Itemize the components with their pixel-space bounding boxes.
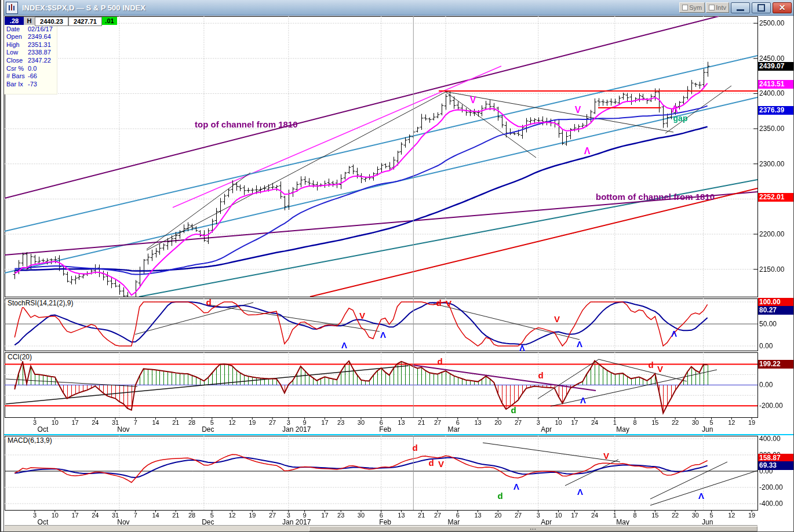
x-tick-label: 14 bbox=[152, 419, 159, 426]
maximize-button[interactable] bbox=[752, 2, 771, 13]
quote-chip: .01 bbox=[102, 17, 117, 25]
x-tick-label: 13 bbox=[398, 512, 405, 519]
annotation-text: d bbox=[538, 370, 543, 380]
price-badge: 100.00 bbox=[758, 298, 794, 307]
info-row-value: 2338.87 bbox=[28, 49, 51, 56]
x-tick-label: 3 bbox=[33, 419, 37, 426]
x-tick-label: 7 bbox=[134, 512, 137, 519]
price-badge: 2439.07 bbox=[758, 62, 794, 71]
annotation-text: d bbox=[428, 458, 434, 468]
window-title: INDEX:$SPX,D — S & P 500 INDEX bbox=[22, 3, 678, 12]
annotation-text: d bbox=[436, 298, 441, 308]
maximize-icon bbox=[757, 4, 765, 12]
info-row: Bar Ix-73 bbox=[3, 81, 57, 89]
price-badge: 69.33 bbox=[758, 461, 794, 470]
info-row-label: High bbox=[6, 41, 20, 48]
annotation-text: d bbox=[648, 360, 653, 370]
info-row-value: -73 bbox=[28, 81, 37, 88]
x-tick-label: 13 bbox=[474, 419, 481, 426]
quote-strip: .28H2440.232427.71.01 bbox=[5, 17, 117, 25]
info-row-value: 2349.64 bbox=[28, 33, 51, 40]
close-icon: ✕ bbox=[779, 3, 786, 12]
price-label: 2200.00 bbox=[759, 230, 784, 238]
annotation-text: V bbox=[575, 105, 581, 115]
x-tick-label: 3 bbox=[537, 512, 540, 519]
sym-button[interactable]: Sym bbox=[679, 2, 705, 13]
annotation-text: gap bbox=[673, 114, 688, 123]
quote-chip: 2440.23 bbox=[35, 17, 68, 26]
window-frame-left bbox=[0, 0, 4, 532]
app-icon bbox=[6, 2, 18, 14]
annotation-text: Λ bbox=[513, 482, 519, 491]
info-row: Low2338.87 bbox=[3, 49, 57, 57]
x-tick-label: 24 bbox=[591, 512, 598, 519]
x-tick-label: 17 bbox=[321, 512, 328, 519]
x-tick-label: 8 bbox=[633, 512, 636, 519]
info-row-label: Close bbox=[6, 57, 23, 64]
chart-canvas[interactable] bbox=[0, 0, 794, 532]
info-row-label: # Bars bbox=[6, 72, 25, 79]
x-tick-label: 30 bbox=[358, 419, 365, 426]
x-tick-label: 12 bbox=[228, 512, 235, 519]
x-tick-label: 17 bbox=[71, 512, 78, 519]
x-tick-label: 21 bbox=[418, 512, 425, 519]
annotation-text: Λ bbox=[698, 491, 704, 501]
price-label: -400.00 bbox=[759, 500, 783, 508]
info-row-label: Date bbox=[6, 25, 20, 32]
time-axis-upper[interactable]: 3101724317142128512192739172330613212761… bbox=[0, 417, 794, 435]
x-tick-label: 19 bbox=[249, 512, 256, 519]
x-tick-label: 12 bbox=[728, 512, 735, 519]
x-tick-label: 15 bbox=[651, 512, 658, 519]
x-tick-label: 10 bbox=[52, 512, 59, 519]
info-row-label: Bar Ix bbox=[6, 81, 23, 88]
annotation-text: Λ bbox=[380, 330, 386, 340]
info-row: # Bars-66 bbox=[3, 72, 57, 81]
x-tick-label: 22 bbox=[672, 419, 679, 426]
info-row-label: Low bbox=[6, 49, 18, 56]
minimize-button[interactable] bbox=[731, 2, 750, 13]
horizontal-scrollbar[interactable]: ... bbox=[5, 525, 757, 532]
price-label: 2350.00 bbox=[759, 125, 784, 133]
scrollbar-thumb[interactable]: ... bbox=[309, 526, 757, 531]
data-window: Price0.00Date02/16/17Open2349.64High2351… bbox=[3, 17, 57, 94]
time-axis-lower[interactable]: 3101724317142128512192739172330613212761… bbox=[0, 510, 794, 525]
price-badge: 80.27 bbox=[758, 306, 794, 315]
x-tick-label: 27 bbox=[269, 419, 276, 426]
x-tick-label: 10 bbox=[555, 512, 562, 519]
annotation-text: V bbox=[603, 451, 609, 461]
annotation-text: Λ bbox=[584, 146, 591, 156]
price-label: -200.00 bbox=[759, 483, 783, 491]
x-tick-label: 24 bbox=[591, 419, 598, 426]
info-row: Date02/16/17 bbox=[3, 25, 57, 34]
x-tick-label: 23 bbox=[337, 419, 344, 426]
intv-checkbox-icon bbox=[709, 5, 715, 10]
x-tick-label: 20 bbox=[494, 419, 501, 426]
annotation-text: V bbox=[446, 298, 451, 308]
intv-button[interactable]: Intv bbox=[706, 2, 729, 13]
x-tick-label: 24 bbox=[92, 512, 99, 519]
x-tick-label: 23 bbox=[337, 512, 344, 519]
cci-panel-title: CCI(20) bbox=[6, 353, 33, 361]
annotation-text: Λ bbox=[577, 487, 583, 497]
price-label: 400.00 bbox=[759, 435, 781, 443]
price-label: 2400.00 bbox=[759, 89, 784, 97]
price-label: -200.00 bbox=[759, 402, 783, 410]
annotation-text: d bbox=[437, 356, 442, 366]
annotation-text: bottom of channel from 1810 bbox=[596, 192, 715, 202]
x-tick-label: 27 bbox=[434, 419, 441, 426]
x-tick-label: 12 bbox=[228, 419, 235, 426]
x-tick-label: 27 bbox=[515, 512, 522, 519]
x-tick-label: 14 bbox=[152, 512, 159, 519]
annotation-text: Λ bbox=[580, 395, 586, 405]
x-tick-label: 21 bbox=[418, 419, 425, 426]
x-month-label: Jan 2017 bbox=[282, 425, 311, 433]
price-label: 0.00 bbox=[759, 342, 773, 350]
x-tick-label: 22 bbox=[672, 512, 679, 519]
x-tick-label: 3 bbox=[537, 419, 540, 426]
close-button[interactable]: ✕ bbox=[773, 2, 792, 13]
x-month-label: Feb bbox=[379, 425, 391, 433]
price-label: 2150.00 bbox=[759, 265, 784, 274]
info-row: Open2349.64 bbox=[3, 33, 57, 41]
window-titlebar[interactable]: INDEX:$SPX,D — S & P 500 INDEX Sym Intv … bbox=[3, 0, 793, 16]
x-tick-label: 17 bbox=[71, 419, 78, 426]
